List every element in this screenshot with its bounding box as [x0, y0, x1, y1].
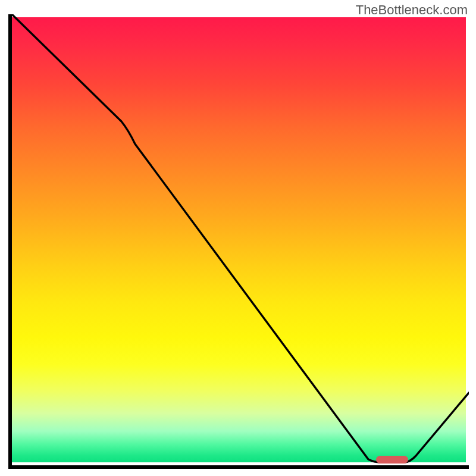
plot-area	[8, 14, 469, 465]
optimal-marker	[376, 456, 408, 464]
curve-layer	[8, 14, 469, 465]
x-axis	[8, 465, 469, 469]
chart-frame	[8, 14, 469, 469]
watermark-text: TheBottleneck.com	[356, 2, 468, 18]
y-axis	[8, 14, 12, 465]
bottleneck-curve	[12, 14, 469, 462]
